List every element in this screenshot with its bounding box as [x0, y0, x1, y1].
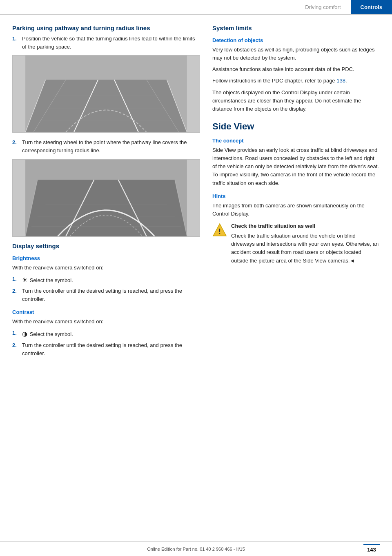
contrast-icon: ◑	[22, 329, 27, 338]
driving-comfort-label: Driving comfort	[305, 4, 341, 10]
brightness-intro: With the rearview camera switched on:	[12, 264, 200, 272]
step2-num: 2.	[12, 138, 19, 155]
controls-label: Controls	[361, 4, 382, 10]
contrast-step-1: 1. ◑ Select the symbol.	[12, 329, 200, 338]
contrast-subheading: Contrast	[12, 309, 200, 315]
contrast-steps: 1. ◑ Select the symbol. 2. Turn the cont…	[12, 329, 200, 358]
tab-driving-comfort[interactable]: Driving comfort	[295, 0, 350, 14]
detection-subheading: Detection of objects	[212, 37, 380, 43]
main-content: Parking using pathway and turning radius…	[0, 15, 392, 370]
contrast-s2-num: 2.	[12, 341, 19, 358]
contrast-intro: With the rearview camera switched on:	[12, 318, 200, 326]
header-tabs: Driving comfort Controls	[295, 0, 392, 14]
page-number: 143	[363, 544, 380, 553]
svg-text:!: !	[218, 227, 221, 236]
detection-p2: Assistance functions also take into acco…	[212, 65, 380, 73]
warning-text-2: Check the traffic situation around the v…	[231, 232, 380, 265]
parking-heading: Parking using pathway and turning radius…	[12, 24, 200, 31]
display-settings-heading: Display settings	[12, 242, 200, 249]
system-limits-heading: System limits	[212, 24, 380, 31]
road-image-2	[12, 159, 200, 237]
contrast-s1-num: 1.	[12, 329, 19, 338]
contrast-s1-text: ◑ Select the symbol.	[22, 329, 73, 338]
right-column: System limits Detection of objects Very …	[212, 23, 380, 362]
detection-link[interactable]: 138	[336, 78, 345, 84]
step1-num: 1.	[12, 35, 19, 51]
hints-p1: The images from both cameras are shown s…	[212, 202, 380, 218]
parking-step-1: 1. Position the vehicle so that the turn…	[12, 35, 200, 51]
svg-marker-12	[25, 180, 187, 236]
brightness-steps: 1. ☀ Select the symbol. 2. Turn the cont…	[12, 275, 200, 304]
warning-text-container: Check the traffic situation as well Chec…	[231, 222, 380, 268]
brightness-s2-num: 2.	[12, 287, 19, 303]
parking-step-2: 2. Turn the steering wheel to the point …	[12, 138, 200, 155]
detection-p3: Follow instructions in the PDC chapter, …	[212, 77, 380, 85]
detection-p3-prefix: Follow instructions in the PDC chapter, …	[212, 78, 336, 84]
brightness-step-2: 2. Turn the controller until the desired…	[12, 287, 200, 303]
sun-icon: ☀	[22, 275, 27, 285]
side-view-heading: Side View	[212, 121, 380, 132]
concept-subheading: The concept	[212, 138, 380, 144]
warning-text-1: Check the traffic situation as well	[231, 222, 380, 230]
parking-steps: 1. Position the vehicle so that the turn…	[12, 35, 200, 51]
contrast-step-2: 2. Turn the controller until the desired…	[12, 341, 200, 358]
left-column: Parking using pathway and turning radius…	[12, 23, 200, 362]
brightness-s2-text: Turn the controller until the desired se…	[22, 287, 200, 303]
step1-text: Position the vehicle so that the turning…	[22, 35, 200, 51]
page-header: Driving comfort Controls	[0, 0, 392, 15]
warning-icon: !	[212, 223, 227, 238]
brightness-subheading: Brightness	[12, 255, 200, 261]
tab-controls[interactable]: Controls	[351, 0, 392, 14]
hints-subheading: Hints	[212, 193, 380, 199]
brightness-s1-text: ☀ Select the symbol.	[22, 275, 73, 285]
road-image-1	[12, 55, 200, 133]
page-footer: Online Edition for Part no. 01 40 2 960 …	[0, 541, 392, 556]
concept-p1: Side View provides an early look at cros…	[212, 146, 380, 187]
step2-text: Turn the steering wheel to the point whe…	[22, 138, 200, 155]
detection-p4: The objects displayed on the Control Dis…	[212, 89, 380, 113]
detection-p3-suffix: .	[345, 78, 347, 84]
footer-text: Online Edition for Part no. 01 40 2 960 …	[147, 547, 245, 552]
detection-p1: Very low obstacles as well as high, prot…	[212, 46, 380, 62]
parking-steps-2: 2. Turn the steering wheel to the point …	[12, 138, 200, 155]
warning-box: ! Check the traffic situation as well Ch…	[212, 222, 380, 268]
brightness-step-1: 1. ☀ Select the symbol.	[12, 275, 200, 285]
brightness-s1-num: 1.	[12, 275, 19, 285]
contrast-s2-text: Turn the controller until the desired se…	[22, 341, 200, 358]
